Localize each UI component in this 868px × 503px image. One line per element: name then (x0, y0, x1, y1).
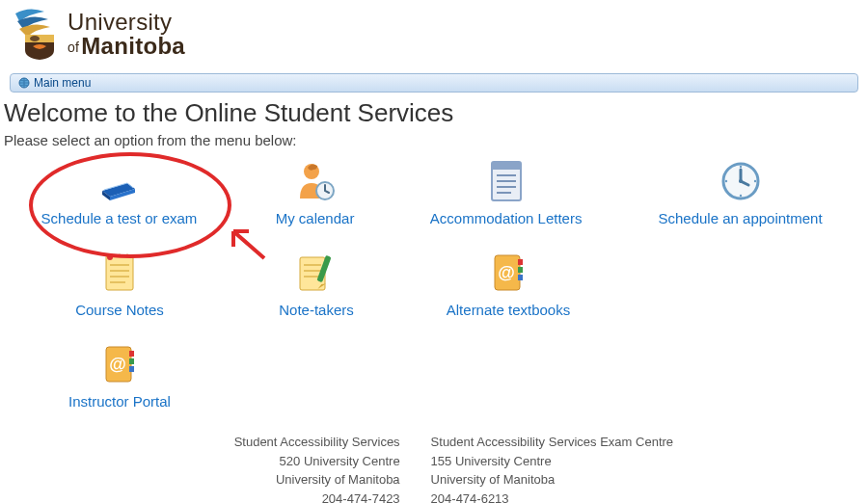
svg-point-13 (739, 166, 741, 168)
svg-point-15 (739, 195, 741, 197)
svg-rect-34 (518, 267, 523, 273)
svg-rect-39 (129, 358, 134, 364)
svg-rect-17 (106, 255, 133, 290)
main-menu-link[interactable]: Main menu (34, 76, 91, 90)
menu-grid: Schedule a test or exam My calendar (4, 158, 864, 410)
footer-right-name: Student Accessibility Services Exam Cent… (431, 433, 673, 452)
tile-link-schedule-test[interactable]: Schedule a test or exam (41, 210, 198, 226)
svg-text:@: @ (109, 355, 126, 374)
tile-link-accom-letters[interactable]: Accommodation Letters (430, 210, 583, 226)
svg-rect-6 (492, 162, 521, 170)
tile-link-calendar[interactable]: My calendar (276, 210, 355, 226)
footer-left-addr1: 520 University Centre (195, 452, 400, 471)
footer-left-phone: 204-474-7423 (195, 490, 400, 504)
tile-note-takers[interactable]: Note-takers (239, 250, 393, 318)
footer-right-phone: 204-474-6213 (431, 490, 673, 504)
footer-col-left: Student Accessibility Services 520 Unive… (195, 433, 400, 503)
tile-instructor-portal[interactable]: @ Instructor Portal (4, 341, 235, 410)
clock-icon (620, 158, 860, 204)
footer-left-addr2: University of Manitoba (195, 470, 400, 490)
university-wordmark: University ofManitoba (68, 10, 185, 58)
tile-accom-letters[interactable]: Accommodation Letters (395, 158, 616, 226)
svg-rect-35 (518, 275, 523, 280)
tile-course-notes[interactable]: Course Notes (4, 250, 235, 318)
menubar: Main menu (10, 73, 858, 93)
site-header: University ofManitoba (0, 0, 868, 67)
tile-link-instructor-portal[interactable]: Instructor Portal (68, 393, 171, 410)
brand-line-2: ofManitoba (68, 34, 185, 58)
tile-schedule-appt[interactable]: Schedule an appointment (620, 158, 860, 226)
brand-line-1: University (68, 10, 185, 34)
svg-point-14 (753, 180, 755, 182)
svg-rect-40 (129, 366, 134, 372)
tile-link-note-takers[interactable]: Note-takers (279, 302, 354, 318)
svg-point-16 (724, 180, 726, 182)
tile-link-course-notes[interactable]: Course Notes (75, 302, 164, 318)
svg-point-1 (30, 36, 40, 41)
page-subtitle: Please select an option from the menu be… (4, 132, 864, 148)
svg-rect-33 (518, 259, 523, 265)
page-title: Welcome to the Online Student Services (4, 98, 864, 128)
tile-link-schedule-appt[interactable]: Schedule an appointment (658, 210, 822, 226)
notepad-icon (4, 250, 235, 296)
address-book-icon: @ (397, 250, 619, 296)
footer-left-name: Student Accessibility Services (195, 433, 400, 452)
globe-icon (18, 77, 30, 89)
footer-right-addr2: University of Manitoba (431, 470, 673, 490)
svg-point-20 (126, 254, 129, 257)
svg-rect-38 (129, 351, 134, 357)
tile-alt-textbooks[interactable]: @ Alternate textbooks (397, 250, 619, 318)
svg-point-25 (107, 254, 113, 260)
svg-text:@: @ (498, 263, 515, 282)
person-clock-icon (238, 158, 392, 204)
svg-point-19 (119, 254, 122, 257)
footer-col-right: Student Accessibility Services Exam Cent… (431, 433, 673, 503)
tile-calendar[interactable]: My calendar (238, 158, 392, 226)
book-icon (4, 158, 234, 204)
tile-schedule-test[interactable]: Schedule a test or exam (4, 158, 234, 226)
footer-right-addr1: 155 University Centre (431, 452, 673, 471)
university-logo-icon (12, 8, 60, 60)
footer: Student Accessibility Services 520 Unive… (0, 433, 868, 503)
address-book-alt-icon: @ (4, 341, 235, 387)
document-lines-icon (395, 158, 616, 204)
note-pencil-icon (239, 250, 393, 296)
tile-link-alt-textbooks[interactable]: Alternate textbooks (447, 302, 570, 318)
